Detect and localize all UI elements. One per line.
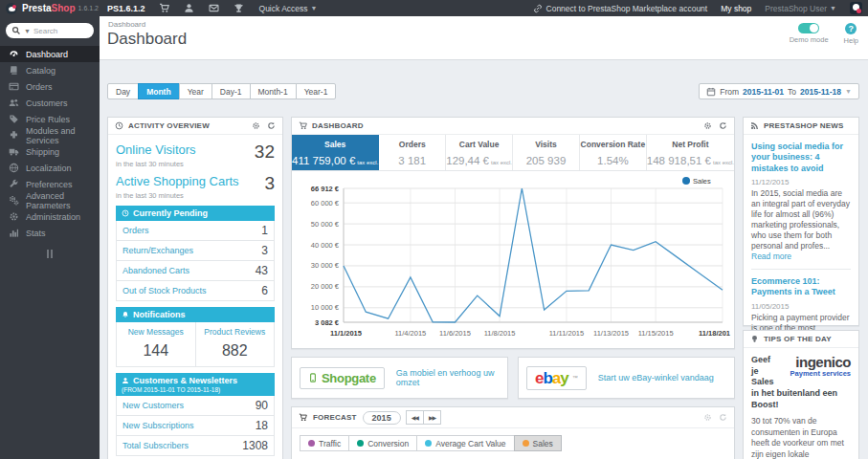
search-input[interactable] <box>33 27 88 35</box>
kpi-tab-visits[interactable]: Visits205 939 <box>513 135 580 170</box>
list-item-label[interactable]: Orders <box>122 226 149 235</box>
sidebar: ▼ DashboardCatalogOrdersCustomersPrice R… <box>0 16 100 459</box>
sidebar-item-dashboard[interactable]: Dashboard <box>0 46 100 62</box>
link-icon <box>533 4 543 13</box>
date-range-picker[interactable]: From2015-11-01 To2015-11-18 ▼ <box>699 83 859 99</box>
clock-icon <box>115 121 123 130</box>
svg-text:50 000 €: 50 000 € <box>311 220 340 229</box>
sidebar-item-stats[interactable]: Stats <box>0 225 100 241</box>
svg-text:10 000 €: 10 000 € <box>311 303 340 312</box>
ebay-link[interactable]: Start uw eBay-winkel vandaag <box>598 373 714 382</box>
gear-icon[interactable] <box>703 413 712 422</box>
list-item-value: 3 <box>261 244 268 257</box>
avatar[interactable] <box>850 2 862 14</box>
help-control: ? Help <box>844 23 858 45</box>
cart-icon <box>299 121 307 130</box>
range-button-day-1[interactable]: Day-1 <box>211 83 251 99</box>
range-button-month-1[interactable]: Month-1 <box>250 83 297 99</box>
forecast-toggle-conversion[interactable]: Conversion <box>348 435 417 451</box>
forecast-year[interactable]: 2015 <box>363 411 401 425</box>
activity-stat-subtext: in the last 30 minutes <box>116 160 275 168</box>
sidebar-item-preferences[interactable]: Preferences <box>0 176 100 192</box>
calendar-icon <box>706 87 716 97</box>
user-menu[interactable]: PrestaShop User▼ <box>765 4 836 13</box>
news-article-title[interactable]: Ecommerce 101: Payments in a Tweet <box>751 276 851 298</box>
kpi-tab-net-profit[interactable]: Net Profit148 918,51 €tax excl. <box>647 135 734 170</box>
list-item-label[interactable]: New Customers <box>122 401 184 410</box>
sidebar-item-label: Dashboard <box>26 50 68 59</box>
quick-access-menu[interactable]: Quick Access▼ <box>259 4 318 13</box>
my-shop-link[interactable]: My shop <box>721 4 751 13</box>
forecast-prev-button[interactable]: ◀◀ <box>406 410 424 425</box>
sidebar-search[interactable]: ▼ <box>6 23 94 38</box>
mail-icon[interactable] <box>209 3 219 13</box>
list-item-label[interactable]: Return/Exchanges <box>122 246 193 255</box>
kpi-label: Cart Value <box>446 140 512 149</box>
panel-title: TIPS OF THE DAY <box>764 335 832 343</box>
sidebar-item-label: Price Rules <box>26 115 70 124</box>
kpi-value: 1.54% <box>580 155 646 166</box>
trophy-icon[interactable] <box>234 3 244 13</box>
sidebar-item-label: Administration <box>26 212 80 222</box>
list-item-label[interactable]: Abandoned Carts <box>122 266 189 275</box>
sidebar-item-price-rules[interactable]: Price Rules <box>0 111 100 127</box>
chevron-down-icon[interactable]: ▼ <box>24 28 31 34</box>
range-button-month[interactable]: Month <box>138 83 180 99</box>
list-item-label[interactable]: New Subscriptions <box>122 421 194 430</box>
svg-text:11/13/2015: 11/13/2015 <box>593 329 629 338</box>
notification-cell-product-reviews[interactable]: Product Reviews882 <box>195 322 275 366</box>
range-button-year[interactable]: Year <box>179 83 212 99</box>
list-item-label[interactable]: Total Subscribers <box>122 441 189 450</box>
range-button-year-1[interactable]: Year-1 <box>296 83 337 99</box>
forecast-toggle-average-cart-value[interactable]: Average Cart Value <box>416 435 514 451</box>
cart-icon[interactable] <box>159 3 169 13</box>
shopgate-logo: Shopgate <box>300 367 385 389</box>
metric-dot <box>357 440 364 447</box>
kpi-label: Net Profit <box>647 140 734 149</box>
collapse-menu-button[interactable] <box>0 250 100 258</box>
news-article-title[interactable]: Using social media for your business: 4 … <box>751 142 851 174</box>
person-icon <box>122 377 129 384</box>
list-item-label[interactable]: Out of Stock Products <box>122 286 207 295</box>
svg-text:40 000 €: 40 000 € <box>311 241 340 250</box>
range-button-day[interactable]: Day <box>107 83 139 99</box>
sidebar-item-customers[interactable]: Customers <box>0 95 100 111</box>
breadcrumb: Dashboard <box>108 20 145 29</box>
refresh-icon[interactable] <box>267 121 276 130</box>
sidebar-item-localization[interactable]: Localization <box>0 160 100 176</box>
sidebar-item-catalog[interactable]: Catalog <box>0 62 100 78</box>
legend-dot <box>682 177 690 185</box>
refresh-icon[interactable] <box>719 121 727 130</box>
sidebar-item-label: Localization <box>26 164 72 173</box>
sidebar-item-advanced-parameters[interactable]: Advanced Parameters <box>0 192 100 208</box>
kpi-tab-cart-value[interactable]: Cart Value129,44 €tax excl. <box>446 135 513 170</box>
section-title: Customers & Newsletters <box>133 376 237 385</box>
demo-mode-toggle[interactable] <box>798 23 819 33</box>
forecast-toggle-traffic[interactable]: Traffic <box>300 435 349 451</box>
sidebar-item-modules-and-services[interactable]: Modules and Services <box>0 127 100 143</box>
sidebar-item-shipping[interactable]: Shipping <box>0 143 100 160</box>
sidebar-item-orders[interactable]: Orders <box>0 78 100 95</box>
sidebar-item-administration[interactable]: Administration <box>0 208 100 225</box>
activity-stat-label[interactable]: Online Visitors <box>116 142 196 157</box>
help-icon[interactable]: ? <box>845 23 857 34</box>
metric-dot <box>523 440 529 447</box>
user-icon[interactable] <box>184 3 194 13</box>
forecast-toggle-sales[interactable]: Sales <box>514 435 562 451</box>
modules-icon <box>9 130 19 141</box>
kpi-tab-sales[interactable]: Sales411 759,00 €tax excl. <box>292 135 379 170</box>
notification-cell-new-messages[interactable]: New Messages144 <box>117 322 195 366</box>
tip-body: 30 tot 70% van de consumenten in Europa … <box>751 416 851 459</box>
activity-stat-label[interactable]: Active Shopping Carts <box>116 174 239 188</box>
kpi-tab-conversion-rate[interactable]: Conversion Rate1.54% <box>580 135 647 170</box>
forecast-next-button[interactable]: ▶▶ <box>423 410 441 425</box>
gear-icon[interactable] <box>703 121 712 130</box>
gear-icon[interactable] <box>252 121 260 130</box>
refresh-icon[interactable] <box>719 413 727 422</box>
shopgate-link[interactable]: Ga mobiel en verhoog uw omzet <box>396 368 500 387</box>
kpi-tab-orders[interactable]: Orders3 181 <box>379 135 446 170</box>
kpi-note: tax excl. <box>713 160 734 165</box>
list-item-value: 6 <box>261 284 268 297</box>
read-more-link[interactable]: Read more <box>751 251 791 261</box>
marketplace-link[interactable]: Connect to PrestaShop Marketplace accoun… <box>533 4 708 13</box>
